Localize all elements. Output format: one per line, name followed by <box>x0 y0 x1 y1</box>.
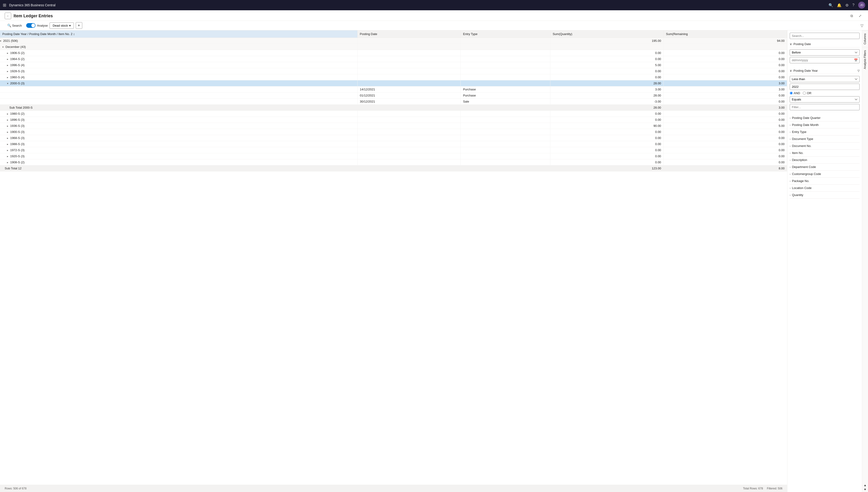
settings-icon[interactable]: ⚙ <box>845 3 849 7</box>
columns-tab[interactable]: Columns <box>862 30 868 47</box>
or-radio-label[interactable]: OR <box>803 91 812 95</box>
row-entry-type <box>461 153 550 159</box>
posting-date-year-filter-input[interactable] <box>790 104 860 110</box>
row-chevron[interactable]: ▸ <box>7 58 8 61</box>
table-row[interactable]: ▸ 1972-S (3) 0.00 0.00 <box>0 147 787 153</box>
posting-date-year-header[interactable]: ∨ Posting Date Year ▽ <box>790 68 860 74</box>
posting-date-condition-select[interactable]: Before After Equals <box>790 49 860 56</box>
table-row[interactable]: ▸ 1896-S (3) 0.00 0.00 <box>0 117 787 123</box>
row-chevron[interactable]: ▸ <box>7 52 8 55</box>
topbar: ⊞ Dynamics 365 Business Central 🔍 🔔 ⚙ ? … <box>0 0 868 10</box>
table-row[interactable]: ▸ 1968-S (3) 0.00 0.00 <box>0 135 787 141</box>
filter-item_no[interactable]: › Item No. <box>790 149 860 156</box>
filter-posting_date_quarter[interactable]: › Posting Date Quarter <box>790 115 860 122</box>
posting-date-year-value-input[interactable] <box>790 84 860 90</box>
scroll-up[interactable]: ▲ <box>864 484 867 487</box>
row-chevron[interactable]: ▸ <box>7 124 8 127</box>
table-row[interactable]: ▸ 1906-S (2) 0.00 0.00 <box>0 50 787 56</box>
open-new-icon[interactable]: ⧉ <box>848 13 855 19</box>
add-button[interactable]: + <box>76 22 82 29</box>
row-chevron[interactable]: ▸ <box>7 143 8 146</box>
analyse-toggle[interactable] <box>26 23 35 28</box>
col-posting-date[interactable]: Posting Date <box>357 30 461 38</box>
and-radio-label[interactable]: AND <box>790 91 800 95</box>
help-icon[interactable]: ? <box>852 3 854 7</box>
row-chevron[interactable]: ▾ <box>7 82 8 85</box>
filter-description[interactable]: › Description <box>790 156 860 164</box>
collapsed-section-label: Location Code <box>792 186 812 190</box>
col-sum-qty[interactable]: Sum(Quantity) <box>550 30 664 38</box>
search-button[interactable]: 🔍 Search <box>5 22 24 29</box>
filter-document_type[interactable]: › Document Type <box>790 136 860 143</box>
posting-date-header[interactable]: ∨ Posting Date <box>790 41 860 47</box>
table-row[interactable]: 14/12/2021 Purchase 3.00 3.00 <box>0 87 787 93</box>
back-button[interactable]: ← <box>5 13 11 19</box>
filter-button[interactable]: ▽ <box>861 23 863 28</box>
posting-date-input[interactable] <box>790 57 860 63</box>
table-row[interactable]: ▸ 1928-S (3) 0.00 0.00 <box>0 68 787 74</box>
deadstock-button[interactable]: Dead stock ▾ <box>50 22 74 29</box>
or-radio[interactable] <box>803 92 806 95</box>
table-row[interactable]: ▸ 1960-S (4) 0.00 0.00 <box>0 74 787 80</box>
collapse-icon[interactable]: ⤢ <box>857 13 863 19</box>
filter-department_code[interactable]: › Department Code <box>790 164 860 171</box>
table-row[interactable]: ▸ 1980-S (2) 0.00 0.00 <box>0 111 787 117</box>
table-row[interactable]: ▸ 1936-S (3) 90.00 5.00 <box>0 123 787 129</box>
bell-icon[interactable]: 🔔 <box>837 3 842 7</box>
row-posting-date <box>357 111 461 117</box>
right-panel-wrapper: ∨ Posting Date Before After Equals <box>787 30 868 492</box>
table-row[interactable]: 01/12/2021 Purchase 28.00 0.00 <box>0 93 787 99</box>
filter-entry_type[interactable]: › Entry Type <box>790 128 860 136</box>
col-entry-type[interactable]: Entry Type <box>461 30 550 38</box>
page-actions: ⧉ ⤢ <box>848 13 863 19</box>
table-row[interactable]: ▸ 1996-S (4) 5.00 0.00 <box>0 62 787 68</box>
row-chevron[interactable]: ▾ <box>2 46 4 49</box>
table-row[interactable]: ▸ 1988-S (3) 0.00 0.00 <box>0 141 787 147</box>
avatar[interactable]: JD <box>858 2 865 9</box>
sort-icon: ↕ <box>73 32 75 36</box>
row-chevron[interactable]: ▸ <box>7 130 8 133</box>
posting-date-year-second-condition[interactable]: Equals Less than <box>790 96 860 103</box>
filter-package_no[interactable]: › Package No. <box>790 177 860 184</box>
scroll-down[interactable]: ▼ <box>864 488 867 491</box>
table-row[interactable]: ▾ 2000-S (3) 28.00 3.00 <box>0 80 787 87</box>
row-chevron[interactable]: ▸ <box>7 70 8 73</box>
filter-document_no[interactable]: › Document No. <box>790 143 860 149</box>
row-chevron[interactable]: ▾ <box>0 40 1 43</box>
table-row[interactable]: ▸ 1900-S (3) 0.00 0.00 <box>0 129 787 135</box>
table-scroll[interactable]: Posting Date Year / Posting Date Month /… <box>0 30 787 485</box>
search-icon[interactable]: 🔍 <box>828 3 833 7</box>
col-item[interactable]: Posting Date Year / Posting Date Month /… <box>0 30 357 38</box>
col-sum-remaining[interactable]: Sum(Remaining <box>664 30 787 38</box>
table-row[interactable]: ▸ 1964-S (2) 0.00 0.00 <box>0 56 787 62</box>
table-row[interactable]: ▾ December (43) <box>0 44 787 50</box>
row-chevron[interactable]: ▸ <box>7 149 8 152</box>
filter-location_code[interactable]: › Location Code <box>790 184 860 192</box>
row-sum-qty: 0.00 <box>550 153 664 159</box>
detail-entry-type: Purchase <box>461 87 550 93</box>
table-row[interactable]: 30/12/2021 Sale -3.00 0.00 <box>0 99 787 105</box>
and-radio[interactable] <box>790 92 793 95</box>
analysis-filters-tab[interactable]: Analysis Filters <box>862 47 868 72</box>
table-row[interactable]: ▸ 1920-S (3) 0.00 0.00 <box>0 153 787 159</box>
filter-search-input[interactable] <box>790 33 860 39</box>
table-row[interactable]: Sub Total 2000-S 28.00 3.00 <box>0 105 787 111</box>
row-chevron[interactable]: ▸ <box>7 137 8 140</box>
posting-date-year-condition-select[interactable]: Less than Greater than Equals <box>790 76 860 82</box>
filter-customergroup_code[interactable]: › Customergroup Code <box>790 171 860 177</box>
table-row[interactable]: ▸ 1908-S (2) 0.00 0.00 <box>0 159 787 165</box>
row-chevron[interactable]: ▸ <box>7 155 8 158</box>
filter-quantity[interactable]: › Quantity <box>790 192 860 199</box>
row-chevron[interactable]: ▸ <box>7 161 8 164</box>
row-sum-remaining: 0.00 <box>664 50 787 56</box>
row-posting-date <box>357 38 461 44</box>
table-row[interactable]: Sub Total 12 123.00 8.00 <box>0 165 787 171</box>
row-chevron[interactable]: ▸ <box>7 119 8 122</box>
row-chevron[interactable]: ▸ <box>7 64 8 67</box>
calendar-icon[interactable]: 📅 <box>854 58 858 62</box>
grid-icon[interactable]: ⊞ <box>3 3 6 8</box>
table-row[interactable]: ▾ 2021 (506) 195.00 94.00 <box>0 38 787 44</box>
row-chevron[interactable]: ▸ <box>7 76 8 79</box>
filter-posting_date_month[interactable]: › Posting Date Month <box>790 122 860 128</box>
row-chevron[interactable]: ▸ <box>7 113 8 116</box>
